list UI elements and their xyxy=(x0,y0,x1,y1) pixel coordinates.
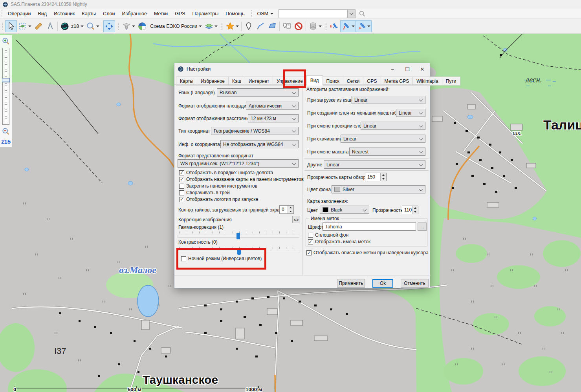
spinner-arrows[interactable] xyxy=(380,173,386,181)
tiles-count-value[interactable]: 0 xyxy=(280,206,288,213)
menu-favorites[interactable]: Избранное xyxy=(119,9,150,18)
toolbar-grip[interactable] xyxy=(2,22,4,30)
gps-follow-button[interactable] xyxy=(356,20,372,32)
apply-button[interactable]: Применить xyxy=(337,279,365,288)
gps-connect-button[interactable] xyxy=(328,20,340,32)
menu-view[interactable]: Вид xyxy=(34,9,50,18)
search-combobox[interactable] xyxy=(279,9,356,18)
spinner-arrows[interactable] xyxy=(288,206,293,213)
checkbox-minimize-tray[interactable]: Сворачивать в трей xyxy=(179,190,230,195)
checkbox-lock-toolbars[interactable]: Закрепить панели инструментов xyxy=(179,183,257,189)
gamma-slider-thumb[interactable] xyxy=(236,233,240,239)
fullscreen-button[interactable] xyxy=(103,20,115,32)
add-path-button[interactable] xyxy=(255,20,266,32)
stretch-other-select[interactable]: Linear xyxy=(324,160,425,169)
coord-type-select[interactable]: Географические / WGS84 xyxy=(211,127,299,135)
zoom-slider[interactable] xyxy=(2,48,9,125)
overview-opacity-spinner[interactable]: 150 xyxy=(365,173,387,181)
font-input[interactable]: Tahoma xyxy=(323,222,416,231)
osm-dropdown[interactable]: OSM xyxy=(254,10,276,18)
stretch-download-select[interactable]: Linear xyxy=(341,135,425,143)
toolbar-grip[interactable] xyxy=(251,10,253,18)
font-browse-button[interactable]: ... xyxy=(418,222,427,231)
spinner-arrows[interactable] xyxy=(412,206,418,214)
checkbox-solid-background[interactable]: Сплошной фон xyxy=(308,232,348,238)
stretch-scale-select[interactable]: Nearest xyxy=(349,148,425,156)
zoom-out-icon[interactable] xyxy=(2,127,10,136)
zoom-tool-button[interactable] xyxy=(85,20,101,32)
checkbox-box[interactable] xyxy=(179,197,184,202)
checkbox-show-logo[interactable]: Отображать логотип при запуске xyxy=(179,197,258,202)
zoom-in-icon[interactable] xyxy=(2,37,10,46)
correction-expand-button[interactable]: <> xyxy=(292,216,300,223)
fill-opacity-value[interactable]: 110 xyxy=(402,206,412,214)
minimize-button[interactable]: – xyxy=(385,63,400,75)
stretch-smaller-select[interactable]: Linear xyxy=(396,109,425,117)
selection-tool-button[interactable] xyxy=(17,20,33,32)
zoom-slider-handle[interactable] xyxy=(2,78,10,82)
menu-marks[interactable]: Метки xyxy=(150,9,171,18)
coord-format-select[interactable]: WS град.мин.сек. (W12°12'12.1234") xyxy=(178,159,299,168)
distance-format-select[interactable]: 12 км 423 м xyxy=(248,114,299,122)
language-select[interactable]: Russian xyxy=(217,88,299,97)
divider-tool-button[interactable] xyxy=(44,20,56,32)
search-dropdown-button[interactable] xyxy=(347,10,355,18)
3d-view-button[interactable] xyxy=(121,20,136,32)
menu-maps[interactable]: Карты xyxy=(78,9,99,18)
placemark-manager-button[interactable] xyxy=(281,20,293,32)
checkbox-box[interactable] xyxy=(179,190,184,195)
checkbox-lat-lon-order[interactable]: Отображать в порядке: широта-долгота xyxy=(179,170,273,175)
cache-button[interactable] xyxy=(307,20,323,32)
coord-info-select[interactable]: Не отображать для WGS84 xyxy=(220,140,299,148)
map-type-button[interactable] xyxy=(136,20,148,32)
menu-help[interactable]: Помощь xyxy=(222,9,248,18)
tiles-count-spinner[interactable]: 0 xyxy=(279,205,294,214)
add-polygon-button[interactable] xyxy=(266,20,278,32)
checkbox-box[interactable] xyxy=(179,184,184,189)
checkbox-map-name-toolbar[interactable]: Отображать название карты на панели инст… xyxy=(179,177,304,182)
toolbar-grip[interactable] xyxy=(325,22,327,30)
globe-icon xyxy=(60,22,70,31)
chevron-down-icon xyxy=(350,11,354,15)
settings-dialog: Настройки – ☐ ✕ Карты Избранное Кэш Инте… xyxy=(174,63,430,288)
toolbar-grip[interactable] xyxy=(117,22,119,30)
menu-layers[interactable]: Слои xyxy=(99,9,118,18)
gps-track-button[interactable] xyxy=(340,20,356,32)
stretch-projection-select[interactable]: Linear xyxy=(361,122,425,130)
menu-gps[interactable]: GPS xyxy=(171,9,189,18)
add-placemark-button[interactable] xyxy=(243,20,255,32)
checkbox-box[interactable] xyxy=(179,170,184,175)
hide-marks-button[interactable] xyxy=(293,20,304,32)
checkbox-box[interactable] xyxy=(308,233,313,238)
area-format-select[interactable]: Автоматически xyxy=(246,102,299,110)
measure-distance-button[interactable] xyxy=(33,20,44,32)
tab-paths[interactable]: Пути xyxy=(442,77,460,86)
checkbox-hover-description[interactable]: Отображать описание метки при наведении … xyxy=(306,250,429,255)
pan-cursor-button[interactable] xyxy=(5,20,17,32)
toolbar-grip[interactable] xyxy=(1,10,3,18)
layers-button[interactable] xyxy=(203,20,219,32)
checkbox-show-mark-names[interactable]: Отображать имена меток xyxy=(308,239,370,244)
active-map-button[interactable]: Схема ЕЭКО России xyxy=(148,20,203,32)
checkbox-box[interactable] xyxy=(179,177,184,182)
tab-view[interactable]: Вид xyxy=(306,75,323,86)
favorites-button[interactable] xyxy=(224,20,240,32)
menu-source[interactable]: Источник xyxy=(50,9,78,18)
zoom-level-button[interactable]: z18 xyxy=(59,20,85,32)
overview-opacity-value[interactable]: 150 xyxy=(365,173,380,181)
fill-opacity-spinner[interactable]: 110 xyxy=(402,206,418,214)
stretch-cache-select[interactable]: Linear xyxy=(352,96,425,104)
checkbox-box[interactable] xyxy=(308,239,313,244)
fill-color-select[interactable]: Black xyxy=(320,206,369,214)
menu-parameters[interactable]: Параметры xyxy=(189,9,222,18)
cancel-button[interactable]: Отменить xyxy=(401,279,429,288)
close-button[interactable]: ✕ xyxy=(415,63,430,75)
search-icon[interactable] xyxy=(359,10,366,17)
bg-color-select[interactable]: Silver xyxy=(332,185,425,193)
menu-operations[interactable]: Операции xyxy=(4,9,34,18)
toolbar-grip[interactable] xyxy=(221,22,223,30)
ok-button[interactable]: Ok xyxy=(372,279,393,288)
maximize-button[interactable]: ☐ xyxy=(400,63,415,75)
checkbox-box[interactable] xyxy=(306,250,312,255)
placemark-icon xyxy=(244,22,253,31)
